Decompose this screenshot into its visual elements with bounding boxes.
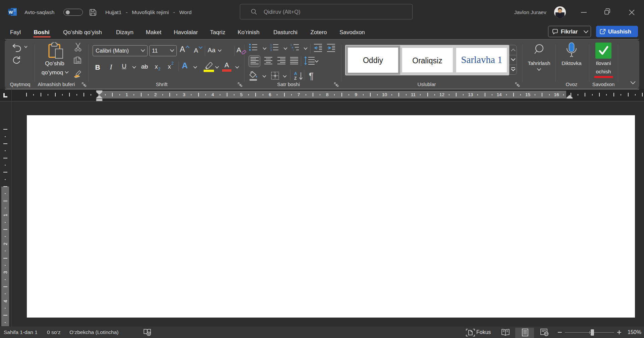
svg-text:A: A	[294, 71, 297, 76]
svg-text:i: i	[293, 49, 294, 52]
svg-text:Z: Z	[294, 76, 297, 81]
svg-text:W: W	[9, 10, 13, 15]
svg-text:3: 3	[270, 49, 272, 52]
